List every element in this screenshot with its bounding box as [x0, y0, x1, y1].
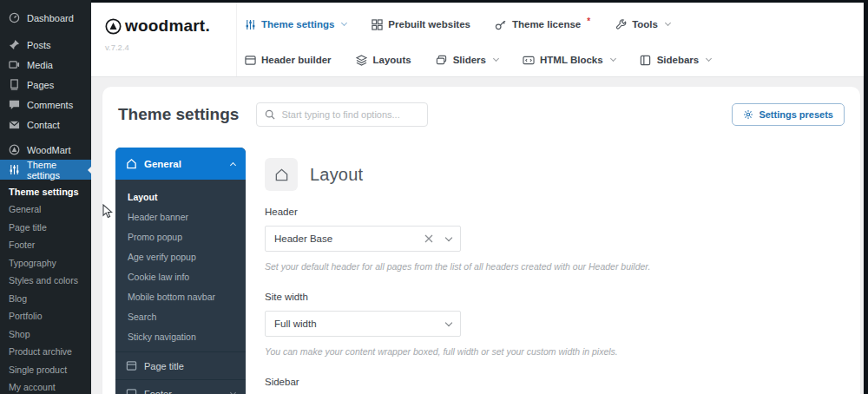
header-field-description: Set your default header for all pages fr…: [265, 261, 824, 272]
key-icon: [495, 18, 507, 30]
submenu-item-styles-and-colors[interactable]: Styles and colors: [0, 272, 91, 290]
section-label: General: [144, 159, 181, 169]
slides-stack-icon: [436, 54, 448, 66]
clear-icon[interactable]: [424, 234, 433, 243]
settings-sections-nav: General Layout Header banner Promo popup…: [115, 148, 246, 394]
nav-label: Sidebars: [657, 55, 700, 65]
section-page-title[interactable]: Page title: [115, 351, 246, 379]
submenu-item-page-title[interactable]: Page title: [0, 219, 91, 237]
submenu-item-general[interactable]: General: [0, 200, 91, 219]
sidebar-item-pages[interactable]: Pages: [0, 75, 91, 95]
sidebar-item-label: Dashboard: [27, 13, 74, 23]
license-asterisk: *: [587, 16, 590, 26]
sidebar-item-label: Media: [27, 60, 53, 70]
sidebar-item-label: Comments: [27, 100, 73, 110]
settings-content: Layout Header Header Base Set your defau…: [246, 148, 845, 394]
sidebar-item-contact[interactable]: Contact: [0, 115, 91, 135]
section-footer[interactable]: Footer: [115, 379, 246, 394]
nav-label: Sliders: [453, 55, 486, 65]
submenu-title: Theme settings: [0, 180, 91, 200]
sidebar-item-label: Contact: [27, 120, 60, 130]
section-general[interactable]: General: [115, 148, 246, 180]
submenu-item-my-account[interactable]: My account: [0, 378, 91, 394]
chevron-down-icon: [665, 20, 671, 26]
option-age-verify-popup[interactable]: Age verify popup: [115, 246, 246, 266]
sidebar-item-media[interactable]: Media: [0, 55, 91, 75]
nav-tools[interactable]: Tools: [615, 18, 670, 30]
submenu-item-blog[interactable]: Blog: [0, 290, 91, 308]
grid-icon: [371, 18, 383, 30]
page-title: Theme settings: [118, 105, 239, 124]
pushpin-icon: [9, 39, 20, 50]
section-label: Page title: [144, 361, 184, 371]
chevron-down-icon: [706, 56, 712, 62]
version-label: v.7.2.4: [105, 43, 236, 52]
nav-prebuilt-websites[interactable]: Prebuilt websites: [371, 18, 470, 30]
sidebar-field-label: Sidebar: [265, 377, 824, 387]
submenu-item-footer[interactable]: Footer: [0, 236, 91, 254]
sidebar-item-comments[interactable]: Comments: [0, 95, 91, 115]
submenu-item-single-product[interactable]: Single product: [0, 361, 91, 379]
nav-theme-license[interactable]: Theme license*: [495, 18, 590, 30]
submenu-item-product-archive[interactable]: Product archive: [0, 343, 91, 361]
logo-text: woodmart.: [125, 16, 210, 36]
browser-window-icon: [244, 54, 256, 66]
sidebar-item-label: Posts: [27, 40, 51, 50]
header-select[interactable]: Header Base: [265, 226, 461, 252]
nav-label: Layouts: [373, 55, 411, 65]
chevron-down-icon: [493, 56, 499, 62]
submenu-item-portfolio[interactable]: Portfolio: [0, 307, 91, 325]
chevron-down-icon: [230, 389, 236, 394]
gear-icon: [743, 109, 753, 120]
chevron-up-icon: [230, 161, 236, 167]
sidebar-item-woodmart[interactable]: WoodMart: [0, 140, 91, 160]
nav-label: Prebuilt websites: [388, 19, 470, 30]
settings-presets-button[interactable]: Settings presets: [732, 103, 845, 126]
option-mobile-bottom-navbar[interactable]: Mobile bottom navbar: [115, 286, 246, 306]
sidebar-item-label: Theme settings: [27, 160, 91, 181]
nav-label: Tools: [632, 19, 658, 30]
nav-header-builder[interactable]: Header builder: [244, 54, 332, 66]
site-width-select[interactable]: Full width: [265, 311, 461, 337]
options-search[interactable]: [256, 102, 428, 127]
option-sticky-navigation[interactable]: Sticky navigation: [115, 326, 246, 346]
nav-html-blocks[interactable]: HTML Blocks: [523, 54, 615, 66]
nav-sliders[interactable]: Sliders: [436, 54, 498, 66]
option-promo-popup[interactable]: Promo popup: [115, 227, 246, 246]
sliders-icon: [9, 164, 20, 175]
content-heading-row: Layout: [265, 158, 824, 191]
nav-layouts[interactable]: Layouts: [356, 54, 411, 66]
woodmart-topbar: woodmart. v.7.2.4 Theme settings Prebuil…: [91, 3, 864, 77]
sidebar-item-dashboard[interactable]: Dashboard: [0, 8, 91, 28]
chevron-down-icon: [341, 20, 347, 26]
wp-admin-sidebar: Dashboard Posts Media Pages Comments Con…: [0, 0, 91, 394]
sidebar-item-label: Pages: [27, 80, 54, 90]
nav-theme-settings[interactable]: Theme settings: [244, 18, 346, 30]
woodmart-logo-icon: [105, 18, 122, 35]
topbar-nav-secondary: Header builder Layouts Sliders HTML Bl: [244, 47, 711, 73]
option-layout[interactable]: Layout: [115, 187, 246, 207]
woodmart-logo-icon: [9, 144, 20, 155]
nav-label: Theme settings: [261, 19, 334, 30]
nav-label: Theme license: [512, 19, 581, 30]
nav-sidebars[interactable]: Sidebars: [640, 54, 712, 66]
header-field-label: Header: [265, 207, 824, 217]
search-input[interactable]: [281, 109, 419, 120]
option-header-banner[interactable]: Header banner: [115, 207, 246, 227]
home-icon: [126, 158, 137, 169]
sidebar-item-posts[interactable]: Posts: [0, 35, 91, 55]
site-width-field-label: Site width: [265, 292, 824, 302]
submenu-item-shop[interactable]: Shop: [0, 325, 91, 344]
sidebar-item-theme-settings[interactable]: Theme settings: [0, 160, 91, 180]
topbar-nav-primary: Theme settings Prebuilt websites Theme l…: [244, 11, 670, 37]
header-select-value: Header Base: [274, 233, 332, 244]
option-search[interactable]: Search: [115, 306, 246, 326]
option-cookie-law-info[interactable]: Cookie law info: [115, 266, 246, 286]
submenu-item-typography[interactable]: Typography: [0, 254, 91, 273]
media-icon: [9, 59, 20, 70]
main-area: woodmart. v.7.2.4 Theme settings Prebuil…: [91, 3, 864, 394]
sidebar-layout-icon: [640, 54, 652, 66]
code-block-icon: [523, 54, 535, 66]
home-icon: [265, 158, 298, 191]
chevron-down-icon: [610, 56, 616, 62]
